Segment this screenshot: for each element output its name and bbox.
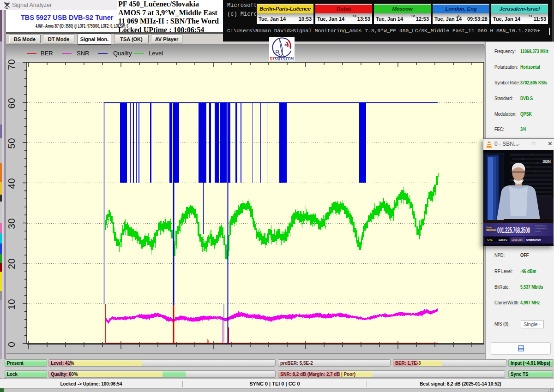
svg-text:$258,642: $258,642 bbox=[499, 238, 507, 241]
svg-text:Dollar: Dollar bbox=[535, 230, 541, 232]
svg-text:Canales: Canales bbox=[486, 226, 492, 229]
svg-text:001.225.768.3500: 001.225.768.3500 bbox=[497, 226, 530, 234]
svg-text:SBN: SBN bbox=[542, 159, 551, 164]
svg-text:INTERNACIONALES: INTERNACIONALES bbox=[486, 229, 496, 232]
svg-text:sonlifetv.com: sonlifetv.com bbox=[526, 238, 541, 242]
svg-text:Donate Online: Donate Online bbox=[512, 238, 523, 241]
svg-text:Safely Withdraw: Safely Withdraw bbox=[535, 225, 547, 227]
svg-text:Correspondence: Correspondence bbox=[535, 227, 547, 230]
svg-text:DXSATCS.COM: DXSATCS.COM bbox=[270, 57, 294, 61]
svg-text:TOTAL: TOTAL bbox=[487, 238, 493, 241]
